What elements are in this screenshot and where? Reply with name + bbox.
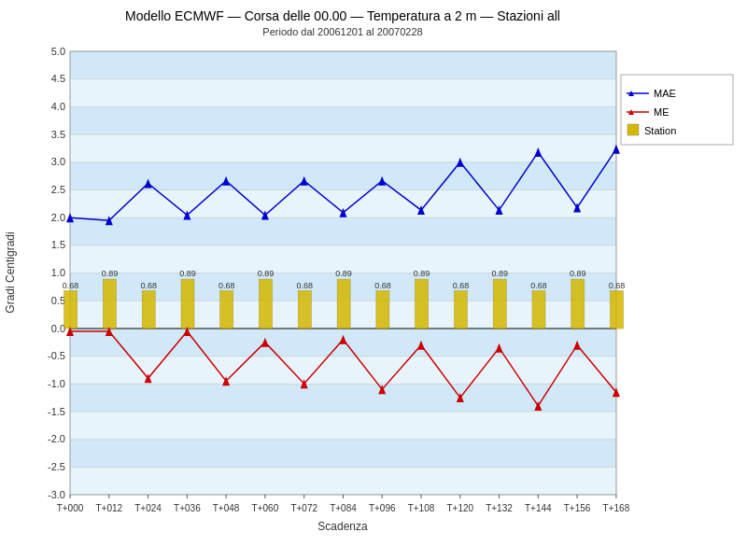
- svg-rect-63: [532, 291, 545, 329]
- svg-text:T+000: T+000: [57, 503, 84, 513]
- svg-text:0.89: 0.89: [414, 269, 430, 278]
- svg-rect-58: [337, 279, 350, 329]
- svg-text:T+108: T+108: [408, 503, 435, 513]
- svg-rect-3: [70, 106, 616, 134]
- legend-station-icon: [627, 124, 639, 135]
- svg-text:-1.5: -1.5: [48, 406, 65, 417]
- svg-text:T+072: T+072: [290, 503, 317, 513]
- svg-rect-7: [70, 217, 616, 245]
- x-axis-label: Scadenza: [317, 520, 368, 533]
- svg-rect-64: [571, 279, 585, 329]
- svg-rect-1: [70, 51, 616, 79]
- svg-rect-15: [70, 440, 616, 468]
- svg-rect-51: [64, 291, 78, 329]
- svg-text:T+084: T+084: [330, 503, 357, 513]
- svg-text:0.89: 0.89: [102, 269, 119, 278]
- svg-text:T+012: T+012: [95, 503, 122, 513]
- svg-rect-52: [103, 279, 116, 329]
- svg-text:0.89: 0.89: [491, 269, 508, 278]
- svg-text:0.89: 0.89: [335, 269, 352, 278]
- svg-rect-16: [70, 468, 616, 496]
- svg-rect-60: [416, 279, 429, 329]
- svg-text:5.0: 5.0: [51, 46, 65, 57]
- main-chart: 5.0 4.5 4.0 3.5 3.0 2.5 2.0 1.5 1.0 0.5 …: [0, 0, 747, 560]
- svg-text:0.5: 0.5: [51, 295, 65, 306]
- legend-mae-label: MAE: [654, 88, 676, 99]
- svg-text:-1.0: -1.0: [48, 378, 65, 389]
- svg-text:0.68: 0.68: [609, 281, 626, 290]
- svg-text:1.0: 1.0: [51, 267, 65, 278]
- svg-text:T+168: T+168: [603, 503, 630, 513]
- svg-text:0.0: 0.0: [51, 323, 65, 334]
- legend-station-label: Station: [644, 125, 676, 136]
- svg-rect-56: [260, 279, 273, 329]
- y-axis-label: Gradi Centigradi: [4, 231, 17, 313]
- chart-subtitle: Periodo dal 20061201 al 20070228: [262, 26, 422, 37]
- svg-text:0.68: 0.68: [453, 281, 470, 290]
- svg-text:2.0: 2.0: [51, 212, 65, 223]
- svg-text:0.89: 0.89: [570, 269, 586, 278]
- svg-text:3.0: 3.0: [51, 156, 65, 167]
- svg-rect-62: [493, 279, 506, 329]
- svg-text:-3.0: -3.0: [48, 489, 65, 500]
- svg-rect-53: [142, 291, 155, 329]
- svg-text:T+156: T+156: [564, 503, 591, 513]
- svg-text:0.68: 0.68: [63, 281, 79, 290]
- svg-text:4.5: 4.5: [51, 73, 65, 84]
- svg-text:T+132: T+132: [486, 503, 513, 513]
- svg-rect-61: [454, 291, 467, 329]
- svg-text:0.89: 0.89: [258, 269, 275, 278]
- svg-text:0.68: 0.68: [297, 281, 314, 290]
- svg-text:0.68: 0.68: [374, 281, 391, 290]
- svg-text:2.5: 2.5: [51, 184, 65, 195]
- svg-text:T+024: T+024: [134, 503, 162, 513]
- svg-text:-2.0: -2.0: [48, 433, 65, 444]
- svg-text:T+120: T+120: [446, 503, 473, 513]
- svg-text:T+096: T+096: [369, 503, 396, 513]
- svg-text:T+144: T+144: [525, 503, 552, 513]
- svg-text:4.0: 4.0: [51, 101, 65, 112]
- svg-rect-13: [70, 384, 616, 412]
- svg-text:3.5: 3.5: [51, 129, 65, 140]
- svg-rect-59: [376, 291, 389, 329]
- svg-rect-57: [298, 291, 311, 329]
- svg-rect-14: [70, 412, 616, 440]
- svg-rect-54: [181, 279, 194, 329]
- svg-text:T+048: T+048: [213, 503, 240, 513]
- chart-title: Modello ECMWF — Corsa delle 00.00 — Temp…: [125, 8, 560, 23]
- svg-rect-65: [611, 291, 624, 329]
- svg-text:0.68: 0.68: [140, 281, 157, 290]
- svg-text:T+036: T+036: [174, 503, 201, 513]
- svg-text:0.89: 0.89: [179, 269, 196, 278]
- svg-text:T+060: T+060: [252, 503, 279, 513]
- svg-rect-55: [220, 291, 233, 329]
- chart-container: 5.0 4.5 4.0 3.5 3.0 2.5 2.0 1.5 1.0 0.5 …: [0, 0, 747, 560]
- legend-me-label: ME: [654, 106, 669, 118]
- svg-rect-12: [70, 357, 616, 385]
- svg-text:-0.5: -0.5: [48, 350, 65, 361]
- svg-text:1.5: 1.5: [51, 239, 65, 250]
- svg-rect-2: [70, 79, 616, 107]
- svg-text:0.68: 0.68: [530, 281, 547, 290]
- svg-text:-2.5: -2.5: [48, 461, 65, 472]
- svg-text:0.68: 0.68: [218, 281, 235, 290]
